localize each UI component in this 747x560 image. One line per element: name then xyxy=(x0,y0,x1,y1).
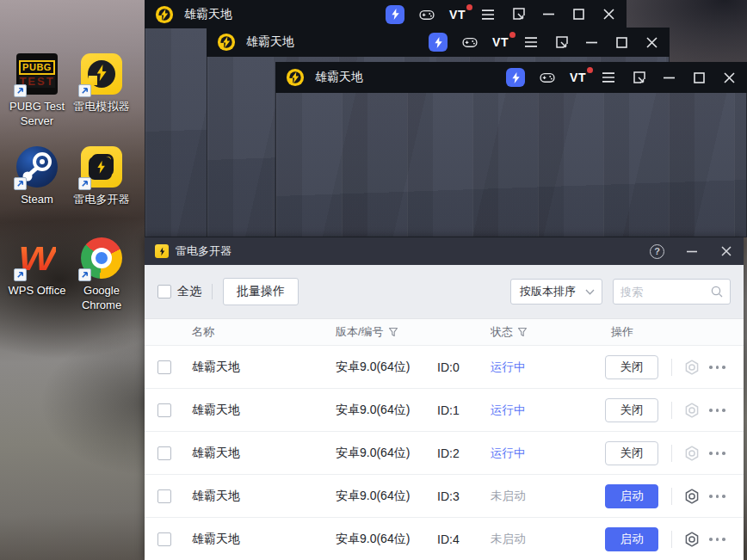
instance-name: 雄霸天地 xyxy=(192,403,240,418)
row-checkbox[interactable] xyxy=(157,532,171,546)
row-checkbox[interactable] xyxy=(157,446,171,460)
minimize-button[interactable] xyxy=(661,70,676,85)
instance-row: 雄霸天地 安卓9.0(64位) ID:4 未启动 启动 xyxy=(145,518,744,560)
manager-title: 雷电多开器 xyxy=(176,243,650,259)
desktop-icon-label: Google Chrome xyxy=(65,283,138,312)
instance-id: ID:0 xyxy=(437,360,460,374)
manager-titlebar: 雷电多开器 ? xyxy=(145,237,744,265)
maximize-button[interactable] xyxy=(571,7,586,22)
desktop-icon-pubg-test-server[interactable]: PUBG TEST PUBG Test Server xyxy=(1,53,73,128)
desktop-icon-ld-multiplayer[interactable]: 雷电多开器 xyxy=(65,146,138,206)
help-icon[interactable]: ? xyxy=(650,244,664,259)
boost-icon[interactable] xyxy=(386,5,404,24)
emulator-titlebar: 雄霸天地 VT xyxy=(145,0,627,28)
instance-action-button[interactable]: 关闭 xyxy=(605,441,658,465)
filter-icon[interactable] xyxy=(517,327,528,337)
minimize-button[interactable] xyxy=(583,34,599,50)
manager-toolbar: 全选 批量操作 按版本排序 xyxy=(145,265,744,318)
to-small-window-icon[interactable] xyxy=(631,70,646,85)
settings-icon[interactable] xyxy=(683,402,701,419)
close-button[interactable] xyxy=(721,70,737,85)
gamepad-icon[interactable] xyxy=(419,7,435,22)
shortcut-arrow-icon xyxy=(14,84,27,97)
close-button[interactable] xyxy=(719,244,733,258)
shortcut-arrow-icon xyxy=(78,84,91,97)
instance-id: ID:3 xyxy=(437,489,460,503)
instance-version: 安卓9.0(64位) xyxy=(336,403,410,418)
more-menu-icon[interactable] xyxy=(709,366,725,369)
instance-action-button[interactable]: 启动 xyxy=(605,527,658,551)
desktop-icon-google-chrome[interactable]: Google Chrome xyxy=(65,237,138,312)
close-button[interactable] xyxy=(601,7,616,22)
search-input[interactable] xyxy=(620,286,711,298)
sort-dropdown[interactable]: 按版本排序 xyxy=(510,279,602,305)
gamepad-icon[interactable] xyxy=(540,70,555,85)
select-all-checkbox[interactable] xyxy=(157,285,171,298)
shortcut-arrow-icon xyxy=(78,177,91,190)
instance-status: 运行中 xyxy=(491,446,526,461)
vt-indicator[interactable]: VT xyxy=(449,8,466,22)
desktop-icon-label: Steam xyxy=(1,192,73,206)
menu-icon[interactable] xyxy=(601,70,616,85)
boost-icon[interactable] xyxy=(429,33,448,52)
instance-row: 雄霸天地 安卓9.0(64位) ID:3 未启动 启动 xyxy=(145,475,744,518)
header-name: 名称 xyxy=(192,324,214,340)
instance-row: 雄霸天地 安卓9.0(64位) ID:1 运行中 关闭 xyxy=(145,389,744,432)
more-menu-icon[interactable] xyxy=(709,538,725,541)
row-checkbox[interactable] xyxy=(157,489,171,503)
settings-icon[interactable] xyxy=(683,445,701,462)
instance-name: 雄霸天地 xyxy=(192,489,240,504)
instance-version: 安卓9.0(64位) xyxy=(336,489,410,504)
vt-indicator[interactable]: VT xyxy=(492,35,509,49)
instance-status: 未启动 xyxy=(491,489,526,504)
instance-action-button[interactable]: 启动 xyxy=(605,484,658,508)
to-small-window-icon[interactable] xyxy=(510,7,526,22)
filter-icon[interactable] xyxy=(388,327,398,337)
desktop-icon-ldplayer[interactable]: 雷电模拟器 xyxy=(65,53,138,114)
settings-icon[interactable] xyxy=(683,488,701,505)
boost-icon[interactable] xyxy=(506,68,525,87)
instance-row: 雄霸天地 安卓9.0(64位) ID:0 运行中 关闭 xyxy=(145,346,744,389)
to-small-window-icon[interactable] xyxy=(553,34,569,50)
instance-id: ID:2 xyxy=(437,446,460,460)
desktop-icon-wps-office[interactable]: W WPS Office xyxy=(1,237,73,298)
instance-row: 雄霸天地 安卓9.0(64位) ID:2 运行中 关闭 xyxy=(145,432,744,475)
instance-name: 雄霸天地 xyxy=(192,532,240,547)
ld-multiplayer-app-icon xyxy=(155,244,169,258)
search-box[interactable] xyxy=(613,279,731,305)
row-checkbox[interactable] xyxy=(157,360,171,374)
row-checkbox[interactable] xyxy=(157,403,171,417)
more-menu-icon[interactable] xyxy=(709,409,725,412)
instance-version: 安卓9.0(64位) xyxy=(336,360,410,375)
close-button[interactable] xyxy=(644,34,659,50)
instance-version: 安卓9.0(64位) xyxy=(336,446,410,461)
vt-indicator[interactable]: VT xyxy=(570,71,586,84)
menu-icon[interactable] xyxy=(480,7,496,22)
instance-id: ID:1 xyxy=(437,403,460,417)
settings-icon[interactable] xyxy=(683,359,701,376)
row-divider xyxy=(671,402,672,419)
gamepad-icon[interactable] xyxy=(462,34,478,50)
instance-status: 未启动 xyxy=(491,532,526,547)
menu-icon[interactable] xyxy=(523,34,539,50)
maximize-button[interactable] xyxy=(691,70,707,85)
minimize-button[interactable] xyxy=(685,244,699,258)
row-divider xyxy=(671,445,672,462)
row-divider xyxy=(671,488,672,505)
desktop-icon-steam[interactable]: Steam xyxy=(1,146,73,206)
instance-action-button[interactable]: 关闭 xyxy=(605,398,658,422)
batch-operations-button[interactable]: 批量操作 xyxy=(223,278,299,305)
instance-id: ID:4 xyxy=(437,532,460,546)
emulator-titlebar: 雄霸天地 VT xyxy=(275,62,747,93)
more-menu-icon[interactable] xyxy=(709,495,725,498)
more-menu-icon[interactable] xyxy=(709,452,725,455)
emulator-window-3: 雄霸天地 VT xyxy=(275,62,747,237)
maximize-button[interactable] xyxy=(614,34,629,50)
vt-alert-dot xyxy=(466,4,472,10)
settings-icon[interactable] xyxy=(683,531,701,548)
row-divider xyxy=(671,359,672,376)
instance-action-button[interactable]: 关闭 xyxy=(605,355,658,379)
minimize-button[interactable] xyxy=(540,7,556,22)
select-all-label: 全选 xyxy=(177,284,201,299)
instance-status: 运行中 xyxy=(491,360,526,375)
